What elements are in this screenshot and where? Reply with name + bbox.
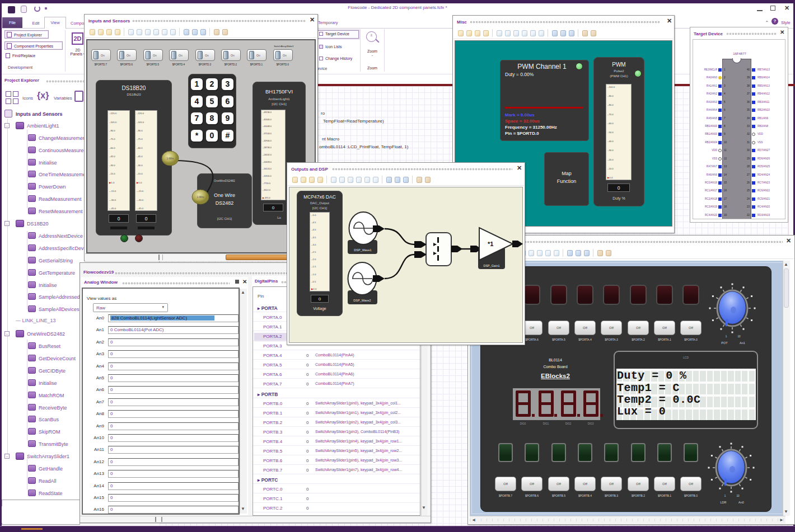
svg-text:DSP_Wave2: DSP_Wave2 [353, 299, 371, 302]
svg-text:*1: *1 [488, 241, 493, 247]
svg-text:DSP_Wave1: DSP_Wave1 [354, 248, 371, 252]
svg-text:1-Wire: 1-Wire [166, 157, 174, 160]
svg-text:DSP_Gain1: DSP_Gain1 [483, 264, 499, 267]
svg-text:1-Wire: 1-Wire [197, 196, 204, 199]
